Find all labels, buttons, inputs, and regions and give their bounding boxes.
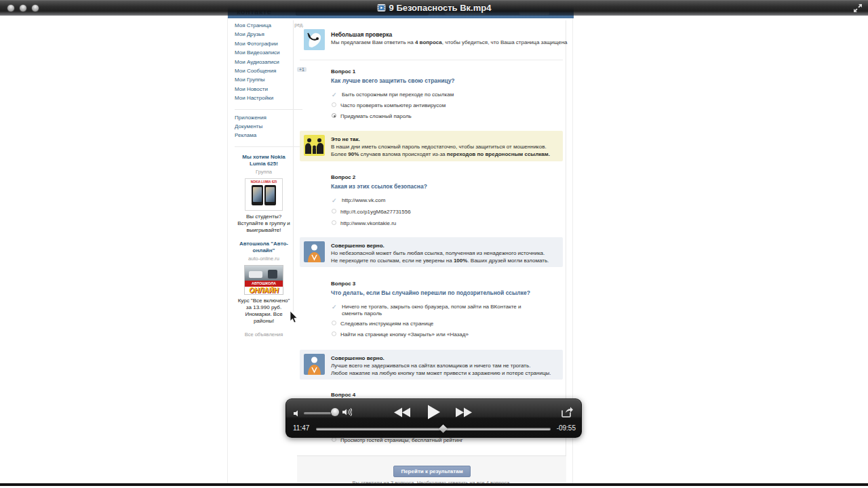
callout-line: Но небезопасной может быть любая ссылка,… xyxy=(331,249,557,257)
quicktime-window: контакте Моя Страница ред. Мои Друзья Мо… xyxy=(0,0,868,488)
sidebar-item-my-page[interactable]: Моя Страница ред. xyxy=(235,22,293,31)
play-button[interactable] xyxy=(427,405,441,422)
share-icon[interactable] xyxy=(561,407,573,420)
ad-image-text: АВТОШКОЛА xyxy=(245,281,283,287)
question-4-label: Вопрос 4 xyxy=(331,392,355,398)
sidebar-item-photos[interactable]: Мои Фотографии xyxy=(235,41,293,49)
callout-text: Совершенно верно. Но небезопасной может … xyxy=(331,237,563,269)
check-icon xyxy=(332,92,338,98)
sidebar-item-label: Мои Фотографии xyxy=(235,41,278,47)
rewind-button[interactable] xyxy=(394,407,412,420)
option-label: Часто проверять компьютер антивирусом xyxy=(340,102,446,109)
sidebar-item-settings[interactable]: Мои Настройки xyxy=(235,95,293,104)
sidebar-item-apps[interactable]: Приложения xyxy=(235,115,293,123)
vk-sidebar: Моя Страница ред. Мои Друзья Мои Фотогра… xyxy=(235,22,293,338)
sidebar-item-label: Мои Друзья xyxy=(235,31,264,37)
sidebar-item-audio[interactable]: Мои Аудиозаписи xyxy=(235,59,293,68)
sidebar-item-label: Мои Аудиозаписи xyxy=(235,59,279,65)
player-controls-hud[interactable]: 11:47 -09:55 xyxy=(285,399,582,438)
check-icon xyxy=(332,304,338,310)
q2-option-1[interactable]: http://www.vk.com xyxy=(332,197,385,204)
radio-icon[interactable] xyxy=(332,102,336,107)
sidebar-item-ads[interactable]: Реклама xyxy=(235,132,293,141)
sidebar-item-label: Мои Видеозаписи xyxy=(235,49,280,56)
edit-link[interactable]: ред. xyxy=(294,22,304,27)
ad-image-text: NOKIA LUMIA 625 xyxy=(245,179,282,184)
radio-icon[interactable] xyxy=(332,437,336,442)
scrubber-diamond[interactable] xyxy=(439,424,448,433)
option-label: Придумать сложный пароль xyxy=(340,113,412,120)
sidebar-item-messages[interactable]: Мои Сообщения +1 xyxy=(235,68,293,77)
window-bottom-edge xyxy=(0,483,868,486)
q3-option-1[interactable]: Ничего не трогать, закрыть окно браузера… xyxy=(332,304,526,317)
q3-option-2[interactable]: Следовать инструкциям на странице xyxy=(332,321,433,327)
q1-option-3[interactable]: Придумать сложный пароль xyxy=(332,113,412,120)
q2-option-3[interactable]: http://www.vkontakie.ru xyxy=(332,220,396,227)
ad-title-link[interactable]: Автошкола "Авто-онлайн" xyxy=(235,241,292,254)
callout-title: Совершенно верно. xyxy=(331,354,557,362)
ad-image[interactable]: NOKIA LUMIA 625 xyxy=(245,178,283,211)
sidebar-divider xyxy=(293,20,294,312)
q4-option[interactable]: Просмотр гостей страницы, бесплатный рей… xyxy=(332,437,462,444)
radio-icon[interactable] xyxy=(332,331,336,336)
radio-selected-icon[interactable] xyxy=(332,113,336,118)
q3-option-3[interactable]: Найти на странице кнопку «Закрыть» или «… xyxy=(332,331,469,338)
sidebar-item-label: Моя Страница xyxy=(235,22,271,28)
window-title: 9 Безопасность Вк.mp4 xyxy=(0,3,868,13)
sidebar-item-label: Мои Настройки xyxy=(235,95,273,101)
ad-driving-school: Автошкола "Авто-онлайн" auto-online.ru А… xyxy=(235,241,293,325)
callout-title: Это не так. xyxy=(331,136,557,143)
quiz-description-text: , чтобы убедиться, что Ваша страница защ… xyxy=(442,39,568,45)
option-label: Просмотр гостей страницы, бесплатный рей… xyxy=(340,437,462,444)
radio-icon[interactable] xyxy=(332,321,336,325)
radio-icon[interactable] xyxy=(332,220,336,225)
option-label: http://t.co/p1ygM6a27731556 xyxy=(340,209,411,216)
ad-title-link[interactable]: Мы хотим Nokia Lumia 625! xyxy=(235,154,292,167)
transport-controls xyxy=(286,405,581,422)
question-2-label: Вопрос 2 xyxy=(331,174,355,180)
go-to-results-button[interactable]: Перейти к результатам xyxy=(393,466,471,477)
sidebar-item-groups[interactable]: Мои Группы xyxy=(235,77,293,85)
sidebar-item-documents[interactable]: Документы xyxy=(235,123,293,132)
quiz-footer: Перейти к результатам Вы ответили на 3 в… xyxy=(297,455,566,483)
sidebar-item-label: Приложения xyxy=(235,115,267,121)
callout-line: Более 90% случаев взлома происходят из-з… xyxy=(331,150,557,158)
sidebar-item-friends[interactable]: Мои Друзья xyxy=(235,31,293,40)
callout-text: Совершенно верно. Лучше всего не задержи… xyxy=(331,350,563,382)
sidebar-section-divider xyxy=(235,104,302,110)
quiz-description: Мы предлагаем Вам ответить на 4 вопроса,… xyxy=(331,39,568,45)
sidebar-item-label: Мои Сообщения xyxy=(235,68,276,74)
timeline-row: 11:47 -09:55 xyxy=(286,424,581,434)
option-label: http://www.vkontakie.ru xyxy=(340,220,396,227)
option-label: http://www.vk.com xyxy=(342,197,385,204)
sidebar-item-videos[interactable]: Мои Видеозаписи xyxy=(235,49,293,58)
option-label: Следовать инструкциям на странице xyxy=(340,321,433,327)
option-label: Быть осторожным при переходе по ссылкам xyxy=(342,92,454,98)
question-1-label: Вопрос 1 xyxy=(331,68,355,75)
question-3-title: Что делать, если Вы случайно перешли по … xyxy=(331,289,530,296)
callout-correct-1: Совершенно верно. Но небезопасной может … xyxy=(300,237,563,267)
window-title-text: 9 Безопасность Вк.mp4 xyxy=(389,3,492,13)
radio-icon[interactable] xyxy=(332,209,336,214)
fast-forward-button[interactable] xyxy=(456,407,473,420)
callout-text: Это не так. В наши дни иметь сложный пар… xyxy=(331,131,563,163)
question-3-label: Вопрос 3 xyxy=(331,281,355,287)
callout-line: Любое нажатие на любую кнопку там может … xyxy=(331,369,557,377)
timeline-scrubber-track[interactable] xyxy=(316,428,551,430)
mouse-cursor xyxy=(290,311,298,326)
all-ads-link[interactable]: Все объявления xyxy=(235,331,293,338)
q2-option-2[interactable]: http://t.co/p1ygM6a27731556 xyxy=(332,209,411,216)
q1-option-1[interactable]: Быть осторожным при переходе по ссылкам xyxy=(332,92,454,98)
window-titlebar[interactable]: 9 Безопасность Вк.mp4 xyxy=(0,0,868,16)
ad-image[interactable]: АВТОШКОЛА ОНЛАЙН xyxy=(244,265,283,295)
sidebar-item-news[interactable]: Мои Новости xyxy=(235,86,293,95)
fullscreen-icon[interactable] xyxy=(852,3,863,14)
ad-caption: Курс "Все включено" за 13.990 руб. Инома… xyxy=(235,298,292,325)
q1-option-2[interactable]: Часто проверять компьютер антивирусом xyxy=(332,102,446,109)
phone-image xyxy=(252,185,263,205)
callout-line: Не переходите по ссылкам, если не уверен… xyxy=(331,257,557,264)
callout-title: Совершенно верно. xyxy=(331,242,557,249)
quiz-description-bold: 4 вопроса xyxy=(415,39,442,45)
callout-line: В наши дни иметь сложный пароль недостат… xyxy=(331,143,557,150)
unread-count-badge: +1 xyxy=(297,67,307,72)
